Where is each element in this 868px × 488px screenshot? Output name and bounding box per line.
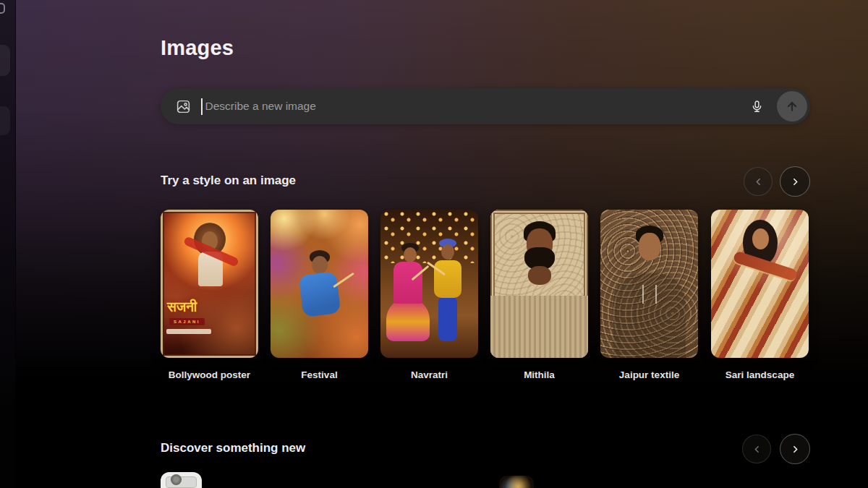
prompt-input[interactable] xyxy=(203,88,811,124)
try-style-prev-button[interactable] xyxy=(744,167,773,196)
arrow-up-icon xyxy=(785,99,799,114)
sidebar-rail xyxy=(0,0,16,488)
submit-button[interactable] xyxy=(777,91,807,121)
style-card-bollywood-poster[interactable]: सजनी SAJANI xyxy=(161,210,258,358)
festival-art xyxy=(271,210,368,358)
try-style-section-title: Try a style on an image xyxy=(161,174,296,188)
discover-prev-button[interactable] xyxy=(742,435,771,463)
chevron-left-icon xyxy=(754,177,763,187)
chevron-right-icon xyxy=(791,445,800,454)
discover-section-title: Discover something new xyxy=(161,441,305,455)
copilot-images-page: Images Try a style on xyxy=(0,0,868,488)
chevron-right-icon xyxy=(791,177,800,187)
image-icon xyxy=(176,99,191,114)
sidebar-button-second[interactable] xyxy=(0,106,10,135)
sidebar-button-top[interactable] xyxy=(0,45,10,76)
jaipur-textile-art xyxy=(600,210,698,358)
page-title: Images xyxy=(161,36,234,60)
card-label-jaipur-textile: Jaipur textile xyxy=(600,369,698,380)
app-logo-icon xyxy=(0,3,5,14)
discover-next-button[interactable] xyxy=(780,434,810,464)
sari-landscape-art xyxy=(711,210,809,358)
discover-card[interactable] xyxy=(161,472,202,488)
image-prompt-bar xyxy=(161,88,810,124)
discover-card[interactable] xyxy=(499,476,534,488)
mithila-art xyxy=(490,210,588,358)
chevron-left-icon xyxy=(752,445,762,454)
mic-button[interactable] xyxy=(748,98,765,115)
card-label-bollywood-poster: Bollywood poster xyxy=(161,369,258,380)
card-label-mithila: Mithila xyxy=(490,369,588,380)
navratri-art xyxy=(380,210,478,358)
try-style-next-button[interactable] xyxy=(780,166,810,197)
bollywood-poster-art: सजनी SAJANI xyxy=(161,210,258,358)
card-label-navratri: Navratri xyxy=(380,369,478,380)
style-card-mithila[interactable] xyxy=(490,210,588,358)
card-label-festival: Festival xyxy=(271,369,368,380)
style-card-festival[interactable] xyxy=(271,210,368,358)
style-card-jaipur-textile[interactable] xyxy=(600,210,698,358)
poster-title-text: सजनी xyxy=(167,299,197,315)
style-card-navratri[interactable] xyxy=(380,210,478,358)
poster-subtitle-text: SAJANI xyxy=(169,318,205,325)
card-label-sari-landscape: Sari landscape xyxy=(711,369,809,380)
style-card-sari-landscape[interactable] xyxy=(711,210,809,358)
